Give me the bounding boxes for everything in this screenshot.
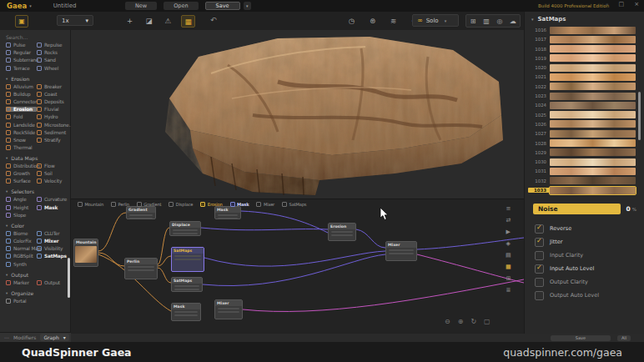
property-jitter[interactable]: Jitter [535, 235, 599, 249]
modifiers-toggle[interactable]: Modifiers [13, 334, 36, 340]
satmap-row-1028[interactable]: 1028 [528, 139, 636, 148]
sidebar-item-velocity[interactable]: Velocity [37, 178, 68, 184]
graph-node-gradient[interactable]: Gradient [126, 206, 156, 219]
box-icon[interactable]: ▦ [181, 15, 195, 28]
sidebar-item-coast[interactable]: Coast [37, 92, 68, 97]
sidebar-scrollbar[interactable] [68, 258, 70, 298]
sidebar-item-alluvium[interactable]: Alluvium [6, 84, 37, 89]
sidebar-item-landslide[interactable]: Landslide [6, 123, 37, 128]
satmap-row-1023[interactable]: 1023 [528, 92, 636, 100]
property-output-clarity[interactable]: Output Clarity [535, 275, 599, 289]
sidebar-item-erosion[interactable]: Erosion [6, 107, 37, 112]
graph-node-satmaps[interactable]: SatMaps [171, 247, 204, 272]
list-icon[interactable]: ≣ [506, 288, 511, 294]
sidebar-item-growth[interactable]: Growth [6, 171, 37, 176]
sidebar-item-microstone[interactable]: Microstone… [37, 123, 68, 128]
fit-view-icon[interactable]: ▢ [484, 318, 491, 325]
checkbox-output-clarity[interactable] [535, 278, 544, 287]
property-input-auto-level[interactable]: Input Auto Level [535, 262, 599, 275]
satmap-row-1030[interactable]: 1030 [528, 158, 636, 166]
sidebar-item-regular[interactable]: Regular [6, 50, 37, 55]
solo-dropdown[interactable]: ∞ Solo ▾ [412, 14, 459, 27]
checkbox-output-auto-level[interactable] [535, 291, 544, 300]
undo-icon[interactable]: ↶ [210, 16, 217, 24]
satmap-row-1022[interactable]: 1022 [528, 83, 636, 91]
sidebar-item-portal[interactable]: Portal [6, 299, 37, 304]
satmap-row-1031[interactable]: 1031 [528, 167, 636, 175]
sidebar-item-hydro[interactable]: Hydro [37, 114, 68, 119]
sidebar-item-subterrane[interactable]: Subterrane [6, 58, 37, 63]
save-button[interactable]: Save [551, 335, 611, 341]
sidebar-item-stratify[interactable]: Stratify [37, 138, 68, 143]
satmap-row-1033[interactable]: 1033 [528, 186, 636, 194]
satmap-row-1021[interactable]: 1021 [528, 73, 636, 81]
zoom-out-icon[interactable]: ⊖ [445, 318, 450, 325]
sidebar-item-deposits[interactable]: Deposits [37, 99, 68, 104]
property-reverse[interactable]: Reverse [535, 222, 599, 235]
target-icon[interactable]: ◎ [494, 16, 506, 26]
menu-button-open[interactable]: Open [164, 2, 198, 10]
checkbox-input-auto-level[interactable] [535, 264, 544, 274]
graph-node-perlin[interactable]: Perlin [124, 258, 158, 279]
split-view-icon[interactable]: ▥ [480, 16, 492, 26]
swap-icon[interactable]: ⇄ [506, 218, 511, 224]
graph-tag-erosion[interactable]: Erosion [200, 202, 222, 207]
sidebar-item-satmaps[interactable]: SatMaps [37, 254, 68, 259]
warning-icon[interactable]: ⚠ [162, 15, 174, 26]
property-output-auto-level[interactable]: Output Auto Level [535, 289, 599, 302]
sidebar-item-mixer[interactable]: Mixer [37, 239, 68, 244]
sidebar-item-mask[interactable]: Mask [37, 205, 68, 210]
viewport-3d[interactable] [71, 30, 524, 199]
sidebar-item-slope[interactable]: Slope [6, 213, 37, 218]
sidebar-item-repulse[interactable]: Repulse [37, 43, 68, 48]
graph-node-mixer[interactable]: Mixer [385, 241, 417, 261]
checkbox-input-clarity[interactable] [535, 251, 544, 260]
graph-node-erosion[interactable]: Erosion [328, 223, 356, 241]
slope-icon[interactable]: ◪ [143, 15, 155, 26]
sidebar-item-rockslide[interactable]: RockSlide [6, 130, 37, 135]
graph-node-displace[interactable]: Displace [169, 221, 201, 236]
scale-dropdown[interactable]: 1x ▾ [57, 15, 93, 26]
more-icon[interactable]: ⋯ [4, 334, 9, 340]
sidebar-item-visibility[interactable]: Visibility [37, 246, 68, 251]
sidebar-item-curvature[interactable]: Curvature [37, 197, 68, 202]
sidebar-item-thermal[interactable]: Thermal [6, 145, 37, 150]
satmap-row-1020[interactable]: 1020 [528, 63, 636, 72]
refresh-icon[interactable]: ↻ [470, 318, 476, 325]
noise-value[interactable]: 0 [626, 205, 631, 213]
section-header-selectors[interactable]: ▾Selectors [6, 189, 70, 194]
maximize-icon[interactable]: □ [619, 1, 625, 8]
sidebar-item-normal-map[interactable]: Normal Map [6, 246, 37, 251]
satmap-row-1029[interactable]: 1029 [528, 148, 636, 157]
satmaps-header[interactable]: ▾ SatMaps [525, 12, 644, 25]
terrain-render[interactable] [153, 32, 511, 199]
sidebar-item-wheel[interactable]: Wheel [37, 66, 68, 71]
sidebar-item-sand[interactable]: Sand [37, 58, 68, 63]
checkbox-reverse[interactable] [535, 224, 544, 234]
sidebar-item-connector[interactable]: Connector [6, 99, 37, 104]
node-name-field[interactable]: Noise [533, 204, 621, 214]
satmap-row-1017[interactable]: 1017 [528, 35, 636, 43]
view-mode-dropdown[interactable]: Graph ▾ [40, 334, 68, 341]
satmap-row-1024[interactable]: 1024 [528, 101, 636, 109]
collapse-icon[interactable]: ≡ [506, 206, 511, 212]
cloud-icon[interactable]: ☁ [507, 16, 519, 26]
sidebar-item-biome[interactable]: Biome [6, 231, 37, 236]
satmap-row-1032[interactable]: 1032 [528, 177, 636, 185]
sidebar-item-surface[interactable]: Surface [6, 178, 37, 184]
search-input[interactable]: Search... [6, 34, 70, 40]
sidebar-item-fluvial[interactable]: Fluvial [37, 107, 68, 112]
satmap-row-1025[interactable]: 1025 [528, 111, 636, 119]
graph-tag-satmaps[interactable]: SatMaps [282, 202, 306, 207]
add-node-icon[interactable]: ⊞ [506, 276, 511, 282]
sidebar-item-buildup[interactable]: Buildup [6, 92, 37, 97]
section-header-erosion[interactable]: ▾Erosion [6, 76, 70, 82]
sidebar-item-angle[interactable]: Angle [6, 197, 37, 202]
sidebar-item-height[interactable]: Height [6, 205, 37, 210]
graph-tag-perlin[interactable]: Perlin [111, 202, 129, 207]
sidebar-item-rgbsplit[interactable]: RGBSplit [6, 254, 37, 259]
sidebar-item-terrace[interactable]: Terrace [6, 66, 37, 71]
sidebar-item-colorfix[interactable]: ColorFix [6, 239, 37, 244]
satmap-row-1027[interactable]: 1027 [528, 129, 636, 138]
section-header-output[interactable]: ▾Output [6, 272, 70, 278]
